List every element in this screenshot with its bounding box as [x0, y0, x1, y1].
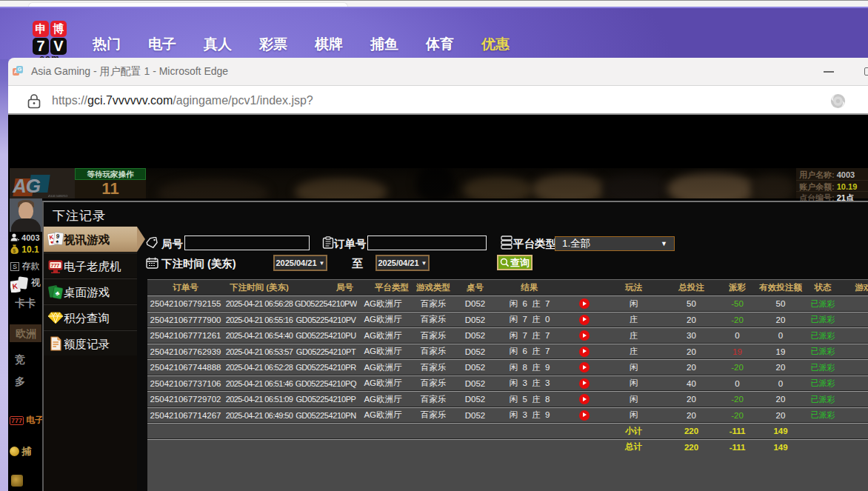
svg-text:777: 777 [50, 262, 60, 269]
svg-text:$: $ [13, 248, 16, 254]
